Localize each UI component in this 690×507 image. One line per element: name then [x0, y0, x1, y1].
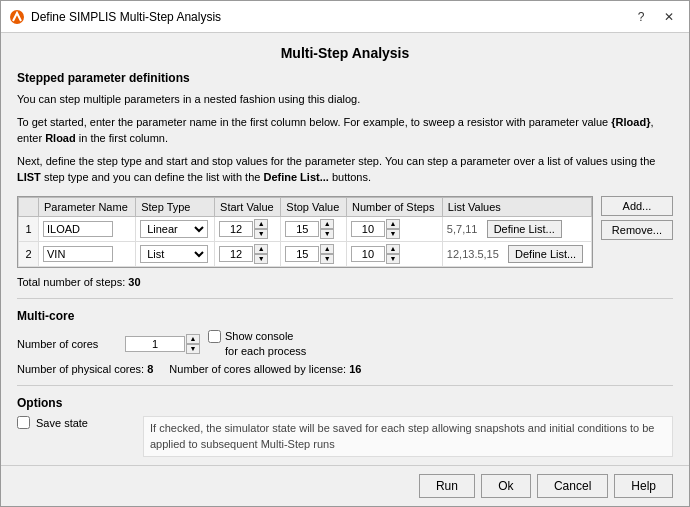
row2-num-steps: ▲ ▼ — [346, 241, 442, 266]
total-steps-label: Total number of steps: — [17, 276, 125, 288]
row2-list-values: 12,13.5,15 Define List... — [442, 241, 591, 266]
row1-stop-spinner-btns: ▲ ▼ — [320, 219, 334, 239]
row2-start-input[interactable] — [219, 246, 253, 262]
row1-start-value: ▲ ▼ — [215, 216, 281, 241]
license-cores-info: Number of cores allowed by license: 16 — [169, 363, 361, 375]
cores-info: Number of physical cores: 8 Number of co… — [17, 363, 673, 375]
row2-param-name — [39, 241, 136, 266]
window-title: Define SIMPLIS Multi-Step Analysis — [31, 10, 629, 24]
row1-param-input[interactable] — [43, 221, 113, 237]
row1-start-up[interactable]: ▲ — [254, 219, 268, 229]
row1-start-input[interactable] — [219, 221, 253, 237]
row2-list-values-text: 12,13.5,15 — [447, 248, 499, 260]
row1-steps-down[interactable]: ▼ — [386, 229, 400, 239]
table-row: 2 Linear List Decade Octave — [19, 241, 592, 266]
parameter-table: Parameter Name Step Type Start Value Sto… — [17, 196, 593, 268]
desc1: You can step multiple parameters in a ne… — [17, 91, 673, 108]
col-num-steps: Number of Steps — [346, 197, 442, 216]
show-console-group: Show consolefor each process — [208, 329, 306, 360]
num-cores-up[interactable]: ▲ — [186, 334, 200, 344]
row1-param-name — [39, 216, 136, 241]
show-console-checkbox[interactable] — [208, 330, 221, 343]
row1-stop-down[interactable]: ▼ — [320, 229, 334, 239]
row1-start-down[interactable]: ▼ — [254, 229, 268, 239]
row1-stop-up[interactable]: ▲ — [320, 219, 334, 229]
row2-start-down[interactable]: ▼ — [254, 254, 268, 264]
row2-steps-input[interactable] — [351, 246, 385, 262]
row2-stop-up[interactable]: ▲ — [320, 244, 334, 254]
row1-start-spinner-btns: ▲ ▼ — [254, 219, 268, 239]
options-row: Save state If checked, the simulator sta… — [17, 416, 673, 457]
col-stop-value: Stop Value — [281, 197, 347, 216]
col-param-name: Parameter Name — [39, 197, 136, 216]
row2-define-list-btn[interactable]: Define List... — [508, 245, 583, 263]
title-bar: Define SIMPLIS Multi-Step Analysis ? ✕ — [1, 1, 689, 33]
multicore-section: Multi-core Number of cores ▲ ▼ Show cons… — [17, 309, 673, 376]
help-footer-button[interactable]: Help — [614, 474, 673, 498]
row1-steps-input[interactable] — [351, 221, 385, 237]
run-button[interactable]: Run — [419, 474, 475, 498]
row2-stop-value: ▲ ▼ — [281, 241, 347, 266]
row2-start-spinner: ▲ ▼ — [219, 244, 276, 264]
save-state-label: Save state — [36, 417, 88, 429]
row1-steps-spinner: ▲ ▼ — [351, 219, 438, 239]
row1-steps-spinner-btns: ▲ ▼ — [386, 219, 400, 239]
row2-start-spinner-btns: ▲ ▼ — [254, 244, 268, 264]
cancel-button[interactable]: Cancel — [537, 474, 608, 498]
row2-stop-down[interactable]: ▼ — [320, 254, 334, 264]
col-num — [19, 197, 39, 216]
row1-stop-spinner: ▲ ▼ — [285, 219, 342, 239]
row2-start-up[interactable]: ▲ — [254, 244, 268, 254]
row2-stop-spinner-btns: ▲ ▼ — [320, 244, 334, 264]
phys-cores-info: Number of physical cores: 8 — [17, 363, 153, 375]
row2-param-input[interactable] — [43, 246, 113, 262]
options-section-label: Options — [17, 396, 673, 410]
close-button[interactable]: ✕ — [657, 7, 681, 27]
total-steps-row: Total number of steps: 30 — [17, 276, 673, 288]
row2-steps-spinner-btns: ▲ ▼ — [386, 244, 400, 264]
num-cores-input[interactable] — [125, 336, 185, 352]
row2-steps-spinner: ▲ ▼ — [351, 244, 438, 264]
app-icon — [9, 9, 25, 25]
num-cores-down[interactable]: ▼ — [186, 344, 200, 354]
ok-button[interactable]: Ok — [481, 474, 531, 498]
desc2: To get started, enter the parameter name… — [17, 114, 673, 147]
phys-cores-label: Number of physical cores: — [17, 363, 144, 375]
table-row: 1 Linear List Decade Octave — [19, 216, 592, 241]
row2-start-value: ▲ ▼ — [215, 241, 281, 266]
row1-list-values: 5,7,11 Define List... — [442, 216, 591, 241]
window-controls: ? ✕ — [629, 7, 681, 27]
row2-steps-down[interactable]: ▼ — [386, 254, 400, 264]
row1-step-type-select[interactable]: Linear List Decade Octave — [140, 220, 208, 238]
col-start-value: Start Value — [215, 197, 281, 216]
separator1 — [17, 298, 673, 299]
phys-cores-value: 8 — [147, 363, 153, 375]
row1-define-list-btn[interactable]: Define List... — [487, 220, 562, 238]
multicore-row: Number of cores ▲ ▼ Show consolefor each… — [17, 329, 673, 360]
row2-step-type-select[interactable]: Linear List Decade Octave — [140, 245, 208, 263]
col-list-values: List Values — [442, 197, 591, 216]
help-button[interactable]: ? — [629, 7, 653, 27]
section-stepped-header: Stepped parameter definitions — [17, 71, 673, 85]
row2-step-type: Linear List Decade Octave — [136, 241, 215, 266]
remove-button[interactable]: Remove... — [601, 220, 673, 240]
row1-steps-up[interactable]: ▲ — [386, 219, 400, 229]
row1-num: 1 — [19, 216, 39, 241]
num-cores-spinner-btns: ▲ ▼ — [186, 334, 200, 354]
save-state-checkbox[interactable] — [17, 416, 30, 429]
show-console-label: Show consolefor each process — [225, 329, 306, 360]
row1-list-values-text: 5,7,11 — [447, 223, 478, 235]
col-step-type: Step Type — [136, 197, 215, 216]
add-button[interactable]: Add... — [601, 196, 673, 216]
row2-steps-up[interactable]: ▲ — [386, 244, 400, 254]
dialog-content: Multi-Step Analysis Stepped parameter de… — [1, 33, 689, 465]
row2-stop-spinner: ▲ ▼ — [285, 244, 342, 264]
row1-step-type: Linear List Decade Octave — [136, 216, 215, 241]
dialog-footer: Run Ok Cancel Help — [1, 465, 689, 506]
options-description: If checked, the simulator state will be … — [143, 416, 673, 457]
total-steps-value: 30 — [128, 276, 140, 288]
save-state-group: Save state — [17, 416, 127, 429]
row2-stop-input[interactable] — [285, 246, 319, 262]
row1-stop-value: ▲ ▼ — [281, 216, 347, 241]
row1-stop-input[interactable] — [285, 221, 319, 237]
